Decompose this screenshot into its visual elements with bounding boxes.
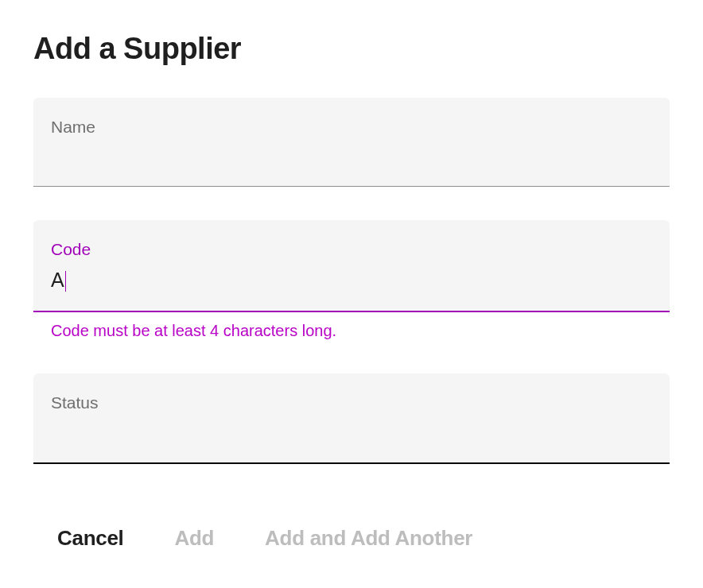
add-and-add-another-button[interactable]: Add and Add Another (265, 526, 472, 551)
code-label: Code (51, 238, 652, 261)
name-field-container[interactable]: Name (33, 98, 670, 187)
dialog-actions: Cancel Add Add and Add Another (33, 497, 670, 551)
cancel-button[interactable]: Cancel (57, 526, 123, 551)
name-input[interactable] (51, 145, 652, 167)
add-button[interactable]: Add (174, 526, 214, 551)
name-label: Name (51, 115, 652, 138)
code-field-container[interactable]: Code A (33, 220, 670, 312)
code-error-text: Code must be at least 4 characters long. (33, 322, 670, 340)
status-select[interactable] (51, 421, 652, 443)
text-caret (65, 271, 66, 292)
page-title: Add a Supplier (33, 32, 670, 66)
status-field-container[interactable]: Status (33, 373, 670, 463)
status-label: Status (51, 391, 652, 414)
code-input[interactable]: A (51, 268, 652, 292)
